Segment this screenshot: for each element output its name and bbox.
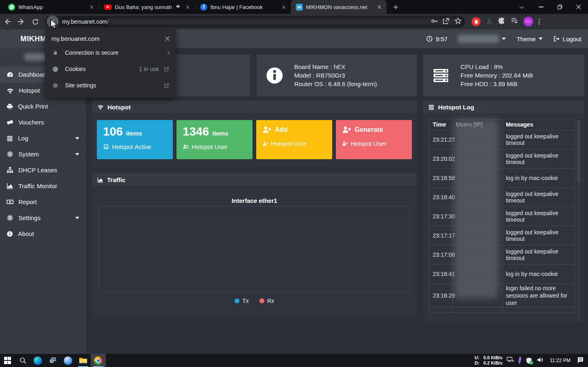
- gear-icon: [7, 214, 13, 221]
- sidebar-item-about[interactable]: About: [0, 226, 86, 242]
- sidebar-item-dhcp-leases[interactable]: DHCP Leases: [0, 162, 86, 178]
- adblock-icon[interactable]: [472, 17, 481, 26]
- user-plus-icon: [342, 125, 351, 134]
- theme-label: Theme: [516, 36, 536, 42]
- tab-whatsapp[interactable]: WhatsApp: [3, 0, 99, 14]
- log-row-partial: [503, 307, 575, 313]
- feather-tray-icon[interactable]: [516, 356, 523, 365]
- tab-mikhmon-active[interactable]: m MIKHMON vanaccess.net: [291, 0, 387, 14]
- generate-action-label: Generate: [355, 126, 383, 133]
- tab-close-icon[interactable]: [184, 4, 191, 10]
- hotspot-log-panel: Hotspot Log Time Users (IP) Messages 23:…: [423, 100, 584, 323]
- popup-site-title: my.benuanet.com: [51, 35, 165, 42]
- network-tray-icon[interactable]: [507, 356, 514, 365]
- tab-close-icon[interactable]: [376, 4, 382, 10]
- log-time: 23:16:29: [429, 284, 453, 307]
- taskbar-remote-app[interactable]: [45, 354, 60, 367]
- sidebar-item-quick-print[interactable]: Quick Print: [0, 98, 86, 114]
- board-model: Model : RB750Gr3: [294, 71, 377, 80]
- laptop-icon: [103, 144, 109, 150]
- sidebar-label: Traffic Monitor: [18, 182, 79, 189]
- tab-search-icon[interactable]: [513, 0, 532, 14]
- reload-button[interactable]: [29, 15, 42, 28]
- log-scrollbar-thumb[interactable]: [577, 121, 580, 182]
- add-hotspot-user-card[interactable]: Add Hotspot User: [256, 120, 332, 159]
- back-button[interactable]: [1, 15, 14, 28]
- log-time: 23:20:02: [429, 149, 453, 169]
- taskbar-edge[interactable]: [30, 354, 45, 367]
- profile-avatar[interactable]: DG: [523, 17, 533, 27]
- sidebar-item-system[interactable]: System: [0, 146, 86, 162]
- sidebar-item-vouchers[interactable]: Vouchers: [0, 114, 86, 130]
- whatsapp-icon: [8, 4, 15, 11]
- taskbar-search[interactable]: [15, 354, 30, 367]
- volume-icon[interactable]: [537, 356, 543, 365]
- download-value: 0.2 KiB/s: [483, 360, 502, 366]
- playlist-icon[interactable]: [511, 17, 518, 26]
- browser-menu-icon[interactable]: [539, 19, 540, 24]
- blurred-session-select: [458, 35, 499, 43]
- security-shield-icon[interactable]: [525, 357, 532, 364]
- tab-close-icon[interactable]: [88, 4, 95, 10]
- windows-taskbar: U: 0.0 KiB/s D: 0.2 KiB/s 11:22 PM: [0, 354, 588, 367]
- cookies-row[interactable]: Cookies 1 in use: [45, 61, 176, 77]
- system-tray: U: 0.0 KiB/s D: 0.2 KiB/s 11:22 PM: [474, 355, 588, 366]
- board-name: Board Name : hEX: [294, 62, 377, 71]
- mikhmon-favicon: m: [296, 4, 303, 11]
- taskbar-file-explorer[interactable]: [76, 354, 91, 367]
- sidebar-item-report[interactable]: Report: [0, 194, 86, 210]
- new-tab-button[interactable]: [390, 1, 401, 13]
- connection-secure-row[interactable]: Connection is secure: [45, 44, 176, 61]
- gauge-icon: [7, 71, 13, 78]
- theme-select[interactable]: Theme: [516, 36, 543, 42]
- gear-icon: [51, 82, 59, 89]
- logout-button[interactable]: Logout: [553, 36, 581, 42]
- youtube-icon: [104, 4, 112, 10]
- log-scrollbar[interactable]: [576, 119, 581, 322]
- restore-button[interactable]: [550, 0, 569, 14]
- sidebar-label: About: [18, 230, 79, 237]
- taskbar-winbox[interactable]: [60, 354, 76, 367]
- action-center-icon[interactable]: [577, 356, 584, 365]
- log-table: Time Users (IP) Messages 23:21:27 logged…: [429, 119, 575, 313]
- sidebar-item-traffic-monitor[interactable]: Traffic Monitor: [0, 178, 86, 194]
- log-col-messages: Messages: [503, 119, 575, 130]
- hotspot-active-card[interactable]: 106 items Hotspot Active: [97, 120, 173, 159]
- users-icon: [183, 144, 189, 150]
- mouse-cursor: [50, 19, 59, 29]
- cookie-icon: [51, 66, 59, 72]
- hotspot-user-card[interactable]: 1346 items Hotspot User: [177, 120, 253, 159]
- sidebar-item-log[interactable]: Log: [0, 130, 86, 146]
- log-time: 23:18:40: [429, 188, 453, 207]
- chrome-icon: [94, 356, 103, 365]
- sidebar-label: Log: [18, 135, 70, 142]
- upload-label: U:: [474, 355, 479, 360]
- forward-button[interactable]: [15, 15, 28, 28]
- start-button[interactable]: [0, 354, 15, 367]
- popup-close-icon[interactable]: [165, 36, 170, 41]
- minimize-button[interactable]: [532, 0, 550, 14]
- taskbar-clock[interactable]: 11:22 PM: [548, 358, 573, 363]
- sidebar-label: DHCP Leases: [18, 167, 79, 173]
- tab-close-icon[interactable]: [280, 4, 287, 10]
- tab-facebook[interactable]: f Ibnu Hajar | Facebook: [195, 0, 291, 14]
- connection-secure-label: Connection is secure: [65, 49, 166, 56]
- tab-audio-icon[interactable]: [176, 4, 181, 10]
- taskbar-chrome[interactable]: [91, 354, 106, 367]
- download-icon[interactable]: [486, 18, 493, 26]
- close-button[interactable]: [569, 0, 588, 14]
- hotspot-user-label: Hotspot User: [192, 143, 228, 150]
- generate-hotspot-user-card[interactable]: Generate Hotspot User: [336, 120, 412, 159]
- tab-youtube[interactable]: Gus Baha: yang sunnah itu m: [99, 0, 195, 14]
- session-select[interactable]: [458, 35, 506, 43]
- address-bar[interactable]: my.benuanet.com/: [45, 16, 465, 27]
- log-message: logged out keepalive timeout: [503, 188, 575, 207]
- url-text: my.benuanet.com: [62, 18, 107, 25]
- site-settings-row[interactable]: Site settings: [45, 77, 176, 93]
- gear-icon: [7, 151, 13, 158]
- edge-icon: [34, 356, 42, 365]
- log-message: logged out keepalive timeout: [503, 130, 575, 149]
- log-row-partial: [429, 307, 453, 313]
- sidebar-item-settings[interactable]: Settings: [0, 210, 86, 226]
- extensions-puzzle-icon[interactable]: [498, 17, 505, 26]
